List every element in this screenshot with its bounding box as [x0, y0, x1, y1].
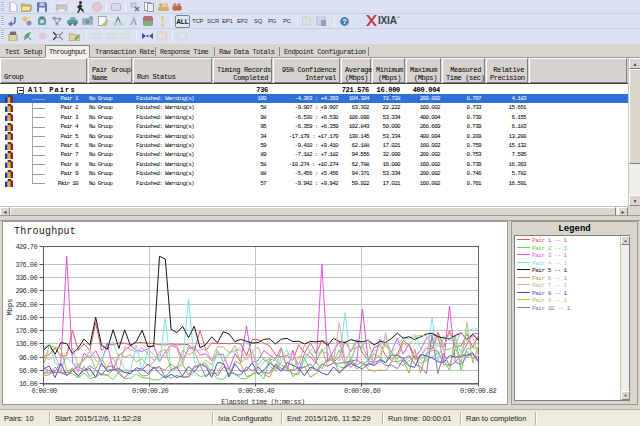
- svg-text:?: ?: [342, 17, 347, 26]
